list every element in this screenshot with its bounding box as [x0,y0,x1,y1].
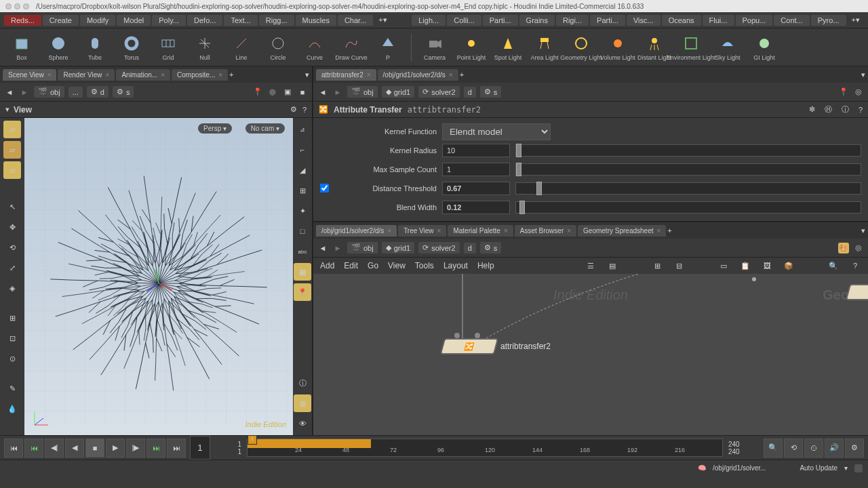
back-icon[interactable]: ◄ [317,243,328,253]
menu-edit[interactable]: Edit [344,261,358,270]
shelf-tab-muscles[interactable]: Muscles [296,15,336,26]
eye-icon[interactable]: 👁 [294,415,311,432]
first-frame-button[interactable]: ⏮ [4,439,23,458]
close-window-icon[interactable] [5,3,12,9]
update-mode[interactable]: Auto Update [800,464,837,472]
step-fwd-button[interactable]: |▶ [126,439,145,458]
crumb-solver2[interactable]: ⟳ solver2 [418,86,459,98]
tool-brush[interactable]: ✎ [3,380,21,397]
target-icon[interactable]: ◎ [853,87,864,98]
play-back-button[interactable]: ◀ [65,439,84,458]
distance-threshold-check[interactable] [320,184,329,192]
node-partial[interactable] [848,284,868,300]
brain-icon[interactable]: 🧠 [698,464,706,472]
playhead[interactable]: 1 [248,435,257,445]
crumb-dots[interactable]: ... [68,87,83,98]
loop-icon[interactable]: ⟲ [784,439,803,458]
shelf-tube[interactable]: Tube [79,34,111,61]
tab-tree-view[interactable]: Tree View× [398,225,446,237]
crumb-obj[interactable]: 🎬 obj [347,86,378,98]
close-icon[interactable]: × [449,71,453,79]
viewbar-opt-icon[interactable]: ⚙ [290,105,297,114]
shelf-add-icon[interactable]: +▾ [374,16,391,24]
shelf-tab-lights[interactable]: Ligh... [412,15,446,26]
maximize-window-icon[interactable] [23,3,29,9]
tool-scale[interactable]: ⤢ [3,259,21,277]
close-icon[interactable]: × [437,227,441,235]
tab-animation[interactable]: Animation...× [116,69,170,81]
tool-arrow[interactable]: ↖ [3,198,21,216]
tool-select-visible[interactable]: ▱ [3,141,21,159]
tab-asset-browser[interactable]: Asset Browser× [515,225,576,237]
kernel-radius-slider[interactable] [515,144,861,157]
square-icon[interactable]: ■ [297,87,308,98]
shelf-gilight[interactable]: GI Light [748,34,781,61]
tab-scene-view[interactable]: Scene View× [3,69,56,81]
tool-select[interactable]: ▱ [3,121,21,138]
shelf-line[interactable]: Line [225,34,258,61]
target-icon[interactable]: ◎ [267,87,278,98]
sheet-icon[interactable]: ▤ [606,260,618,272]
shelf-tab-character[interactable]: Char... [338,15,373,26]
max-sample-slider[interactable] [515,163,861,176]
sticky-icon[interactable]: 📋 [739,260,751,272]
add-tab-icon[interactable]: + [229,70,233,79]
shelf-grid[interactable]: Grid [152,34,184,61]
step-back-button[interactable]: ◀| [45,439,64,458]
crumb-d[interactable]: ⚙ d [87,86,108,98]
chevron-down-icon[interactable]: ▾ [844,464,848,472]
shelf-tab-particle2[interactable]: Parti... [590,15,625,26]
pin-icon[interactable]: 📍 [838,87,849,98]
shelf-spotlight[interactable]: Spot Light [492,34,524,61]
vp-tool-4[interactable]: ⊞ [294,182,311,199]
palette-icon[interactable]: 🎨 [838,243,849,253]
node-name-input[interactable] [408,105,543,115]
minimize-window-icon[interactable] [14,3,20,9]
shelf-torus[interactable]: Torus [115,34,148,61]
gear-icon[interactable]: ✼ [809,105,815,114]
shelf-tab-create[interactable]: Create [43,15,79,26]
nocam-dropdown[interactable]: No cam ▾ [245,123,285,134]
help-icon[interactable]: ? [859,106,863,114]
blend-width-slider[interactable] [515,201,861,214]
close-icon[interactable]: × [387,227,391,235]
shelf-tab-rigid[interactable]: Rigi... [556,15,589,26]
realtime-icon[interactable]: ⏲ [804,439,823,458]
close-icon[interactable]: × [567,227,571,235]
grid2-icon[interactable]: ⊟ [673,260,685,272]
shelf-tab-reds[interactable]: Reds... [4,15,41,26]
crumb-grid1[interactable]: ◆ grid1 [382,242,414,253]
menu-tools[interactable]: Tools [415,261,434,270]
timeline-track[interactable]: 1 24 48 72 96 120 144 168 192 216 [247,439,723,457]
shelf-circle[interactable]: Circle [262,34,294,61]
tab-geo-spreadsheet[interactable]: Geometry Spreadsheet× [578,225,666,237]
close-icon[interactable]: × [161,71,165,79]
tool-move[interactable]: ✥ [3,218,21,236]
shelf-envlight[interactable]: Environment Light [675,34,707,61]
prev-key-button[interactable]: ⏮ [24,439,43,458]
shelf-arealight[interactable]: Area Light [528,34,561,61]
shelf-null[interactable]: Null [189,34,221,61]
max-sample-input[interactable] [442,163,510,176]
shelf-camera[interactable]: Camera [418,34,451,61]
shelf-sphere[interactable]: Sphere [42,34,75,61]
close-icon[interactable]: × [367,71,371,79]
shelf-tab-oceans[interactable]: Oceans [662,15,701,26]
shelf-tab-texture[interactable]: Text... [224,15,257,26]
help-icon[interactable]: ? [302,106,307,114]
close-icon[interactable]: × [218,71,222,79]
info-icon[interactable]: ⓘ [842,104,849,115]
tab-composite[interactable]: Composite...× [172,69,228,81]
grid-icon[interactable]: ⊞ [294,394,311,412]
add-tab-icon[interactable]: + [460,70,464,79]
viewport-canvas[interactable]: Persp ▾ No cam ▾ Indie Edition [24,118,293,435]
shelf-tab-fluids[interactable]: Flui... [703,15,734,26]
list-icon[interactable]: ☰ [585,260,597,272]
shelf-skylight[interactable]: Sky Light [711,34,744,61]
help-icon[interactable]: ? [849,260,861,272]
blend-width-input[interactable] [442,201,510,214]
crumb-d[interactable]: d [464,243,476,253]
kernel-radius-input[interactable] [442,144,510,157]
back-icon[interactable]: ◄ [4,87,15,98]
target-icon[interactable]: ◎ [853,243,864,253]
